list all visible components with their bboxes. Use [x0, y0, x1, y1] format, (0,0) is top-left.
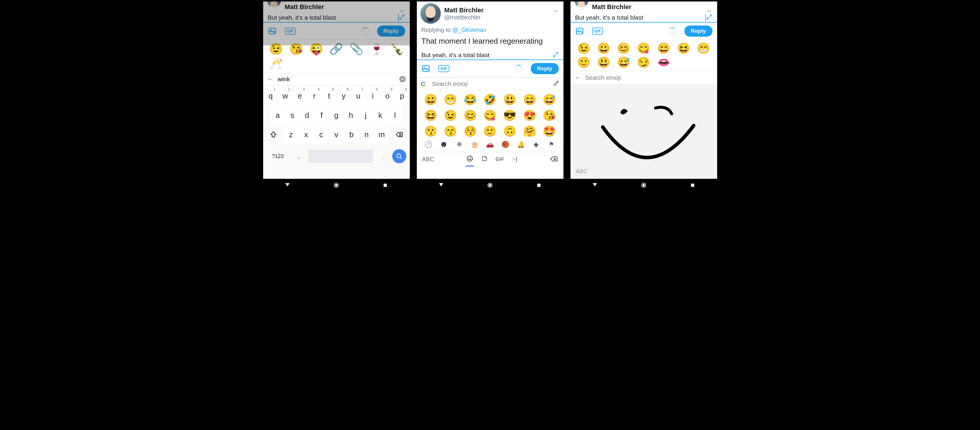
backspace-key[interactable] [390, 125, 409, 144]
key-y[interactable]: y6 [337, 87, 351, 105]
emoji-result[interactable]: 🍾 [390, 43, 404, 54]
emoji-cell[interactable]: 🙂 [483, 126, 496, 137]
key-s[interactable]: s [285, 106, 299, 124]
nav-recent-icon[interactable] [382, 182, 388, 190]
nav-back-icon[interactable] [438, 182, 444, 190]
key-i[interactable]: i8 [366, 87, 380, 105]
image-icon[interactable] [268, 27, 277, 35]
activity-tab-icon[interactable]: 🏀 [501, 140, 510, 149]
emoji-suggestion[interactable]: 😃 [597, 57, 610, 68]
key-h[interactable]: h [344, 106, 358, 124]
emoji-cell[interactable]: 🤣 [483, 94, 496, 105]
key-c[interactable]: c [314, 125, 329, 144]
key-r[interactable]: r4 [307, 87, 321, 105]
key-g[interactable]: g [329, 106, 344, 124]
replying-to-mention[interactable]: @_GKeenan [452, 27, 486, 33]
nav-home-icon[interactable] [640, 182, 647, 190]
emoji-suggestion[interactable]: 😀 [597, 43, 610, 54]
emoji-cell[interactable]: 😅 [542, 94, 556, 105]
emoji-draw-canvas[interactable]: ABC [571, 84, 717, 179]
nav-back-icon[interactable] [284, 182, 291, 190]
emoji-suggestion[interactable]: 👄 [657, 57, 670, 68]
emoji-result[interactable]: 😉 [269, 43, 283, 54]
spacebar-key[interactable] [308, 149, 373, 163]
abc-button[interactable]: ABC [422, 156, 435, 163]
image-icon[interactable] [575, 27, 584, 35]
emoji-suggestion[interactable]: 😄 [657, 43, 670, 54]
user-name[interactable]: Matt Birchler [285, 3, 324, 11]
emoji-search-input[interactable] [278, 76, 395, 83]
emoji-cell[interactable]: 😘 [542, 110, 556, 121]
key-a[interactable]: a [271, 106, 285, 124]
back-arrow-icon[interactable]: ← [574, 74, 581, 82]
gif-button[interactable]: GIF [592, 27, 603, 35]
avatar[interactable] [267, 0, 281, 7]
emoji-suggestion[interactable]: 😆 [677, 43, 690, 54]
avatar[interactable] [574, 0, 589, 7]
key-x[interactable]: x [299, 125, 313, 144]
key-v[interactable]: v [329, 125, 344, 144]
food-tab-icon[interactable]: 🎂 [470, 140, 479, 149]
emoji-cell[interactable]: 😀 [424, 94, 438, 105]
user-name[interactable]: Matt Birchler [592, 3, 632, 11]
compose-input[interactable]: But yeah, it's a total blast [571, 13, 717, 22]
nav-back-icon[interactable] [592, 182, 598, 190]
chevron-down-icon[interactable] [552, 8, 559, 16]
nav-recent-icon[interactable] [689, 182, 696, 190]
avatar[interactable] [420, 3, 441, 24]
key-q[interactable]: q1 [263, 87, 277, 105]
emoji-cell[interactable]: 🤩 [542, 126, 556, 137]
gif-button[interactable]: GIF [439, 65, 449, 72]
text-face-mode[interactable]: :-) [512, 156, 517, 163]
draw-icon[interactable] [553, 80, 559, 88]
expand-icon[interactable] [399, 14, 405, 21]
flags-tab-icon[interactable]: ⚑ [547, 140, 556, 149]
recent-tab-icon[interactable]: 🕐 [424, 140, 433, 149]
gif-mode-label[interactable]: GIF [496, 157, 504, 162]
emoji-result[interactable]: 📎 [350, 43, 363, 54]
emoji-cell[interactable]: 😎 [503, 110, 516, 121]
period-key[interactable]: . [375, 147, 390, 165]
key-n[interactable]: n [359, 125, 374, 144]
emoji-cell[interactable]: 😍 [523, 110, 536, 121]
user-name[interactable]: Matt Birchler [444, 6, 484, 14]
emoji-cell[interactable]: 😆 [424, 110, 438, 121]
objects-tab-icon[interactable]: 🔔 [516, 140, 525, 149]
emoji-suggestion[interactable]: 🙂 [577, 57, 590, 68]
expand-icon[interactable] [552, 51, 559, 59]
emoji-mode-icon[interactable] [466, 155, 473, 163]
emoji-result[interactable]: 🔗 [329, 43, 343, 54]
emoji-result[interactable]: 🥂 [269, 58, 283, 69]
key-t[interactable]: t5 [322, 87, 336, 105]
key-k[interactable]: k [373, 106, 387, 124]
emoji-cell[interactable]: 😚 [464, 126, 477, 137]
key-m[interactable]: m [374, 125, 389, 144]
nav-home-icon[interactable] [333, 182, 340, 190]
emoji-cell[interactable]: 🙃 [503, 126, 516, 137]
reply-button[interactable]: Reply [377, 26, 405, 37]
sticker-mode-icon[interactable] [481, 155, 488, 163]
shift-key[interactable] [264, 125, 283, 144]
key-b[interactable]: b [344, 125, 359, 144]
emoji-suggestion[interactable]: 😅 [617, 57, 630, 68]
emoji-result[interactable]: 😘 [289, 43, 303, 54]
emoji-suggestion[interactable]: 😊 [617, 43, 630, 54]
symbols-tab-icon[interactable]: ◆ [532, 140, 541, 149]
key-l[interactable]: l [388, 106, 402, 124]
emoji-cell[interactable]: 🤗 [523, 126, 536, 137]
back-arrow-icon[interactable]: ← [267, 75, 274, 83]
key-z[interactable]: z [284, 125, 298, 144]
key-d[interactable]: d [300, 106, 314, 124]
key-w[interactable]: w2 [278, 87, 292, 105]
emoji-cell[interactable]: 😃 [503, 94, 516, 105]
reply-button[interactable]: Reply [531, 63, 559, 74]
comma-key[interactable]: , [291, 147, 306, 165]
key-f[interactable]: f [315, 106, 329, 124]
emoji-suggestion[interactable]: 😏 [637, 57, 650, 68]
emoji-cell[interactable]: 😊 [464, 110, 477, 121]
nav-recent-icon[interactable] [536, 182, 542, 190]
compose-input[interactable]: But yeah, it's a total blast [417, 50, 563, 60]
key-o[interactable]: o9 [380, 87, 395, 105]
emoji-cell[interactable]: 😙 [444, 126, 457, 137]
expand-icon[interactable] [706, 14, 713, 21]
